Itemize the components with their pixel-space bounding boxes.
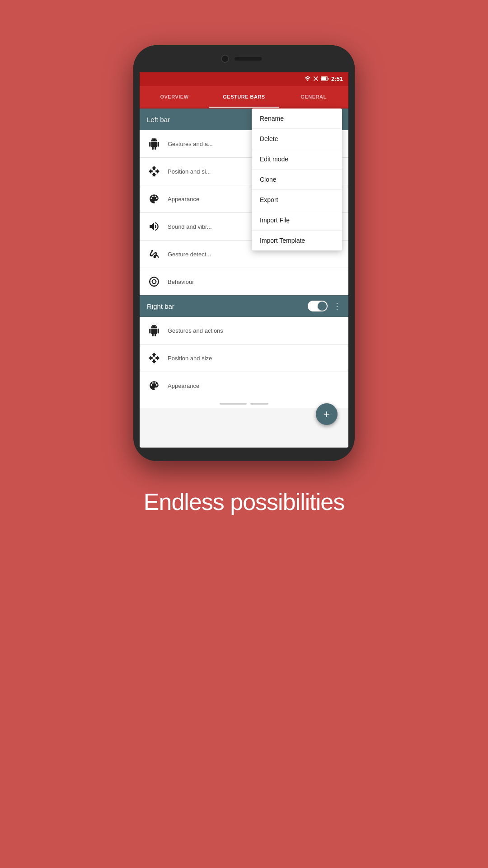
right-move-icon	[147, 351, 161, 365]
right-bar-item-appearance[interactable]: Appearance	[140, 372, 348, 399]
android-icon	[147, 137, 161, 151]
left-bar-item-sound-label: Sound and vibr...	[168, 223, 212, 230]
right-bar-item-gestures[interactable]: Gestures and actions	[140, 317, 348, 344]
fab-plus-icon: +	[324, 409, 330, 420]
right-bar-more-button[interactable]: ⋮	[333, 301, 341, 311]
context-item-edit-mode[interactable]: Edit mode	[252, 149, 342, 170]
left-bar-item-gestures-label: Gestures and a...	[168, 141, 213, 147]
phone-top-bar	[133, 45, 355, 72]
tab-gesture-bars[interactable]: GESTURE BARS	[209, 86, 279, 108]
left-bar-item-gesture-detect-label: Gesture detect...	[168, 251, 211, 258]
status-bar: 2:51	[140, 71, 348, 86]
behaviour-icon	[147, 274, 161, 289]
palette-icon	[147, 192, 161, 206]
add-fab-button[interactable]: +	[316, 403, 338, 425]
battery-icon	[321, 76, 329, 81]
right-bar-item-appearance-label: Appearance	[168, 382, 199, 389]
right-bar-item-position[interactable]: Position and size	[140, 344, 348, 372]
phone-shell: 2:51 OVERVIEW GESTURE BARS GENERAL Left …	[133, 45, 355, 461]
right-bar-title: Right bar	[147, 302, 174, 310]
right-bar-toggle[interactable]	[308, 301, 328, 311]
move-icon	[147, 164, 161, 179]
right-android-icon	[147, 323, 161, 338]
gesture-icon	[147, 247, 161, 261]
scroll-bar-1	[220, 403, 247, 405]
right-palette-icon	[147, 378, 161, 393]
svg-rect-1	[328, 78, 328, 80]
svg-point-5	[153, 277, 155, 278]
signal-icon	[313, 76, 319, 81]
status-icons: 2:51	[305, 75, 343, 82]
svg-point-3	[150, 277, 159, 286]
camera-lens	[221, 55, 229, 63]
context-item-rename[interactable]: Rename	[252, 108, 342, 129]
right-bar-item-position-label: Position and size	[168, 355, 212, 362]
context-item-export[interactable]: Export	[252, 190, 342, 210]
tab-general[interactable]: GENERAL	[279, 86, 348, 108]
left-bar-item-behaviour[interactable]: Behaviour	[140, 268, 348, 295]
phone-speaker	[235, 57, 262, 61]
context-item-import-file[interactable]: Import File	[252, 210, 342, 231]
tab-overview[interactable]: OVERVIEW	[140, 86, 209, 108]
tagline: Endless possibilities	[144, 488, 344, 515]
context-menu: Rename Delete Edit mode Clone Export Imp…	[252, 108, 342, 250]
context-item-import-template[interactable]: Import Template	[252, 231, 342, 250]
phone-screen: 2:51 OVERVIEW GESTURE BARS GENERAL Left …	[140, 71, 348, 448]
svg-point-7	[149, 281, 150, 282]
svg-point-6	[153, 285, 155, 287]
wifi-icon	[305, 76, 311, 81]
left-bar-item-behaviour-label: Behaviour	[168, 278, 194, 285]
svg-rect-2	[321, 77, 326, 80]
status-time: 2:51	[331, 75, 343, 82]
scroll-bar-2	[250, 403, 268, 405]
left-bar-item-position-label: Position and si...	[168, 168, 211, 175]
right-bar-header: Right bar ⋮	[140, 295, 348, 317]
context-item-clone[interactable]: Clone	[252, 170, 342, 190]
right-bar-item-gestures-label: Gestures and actions	[168, 327, 223, 334]
svg-point-4	[152, 280, 156, 284]
right-bar-controls: ⋮	[308, 301, 341, 311]
right-bar-menu: Gestures and actions Position and size A…	[140, 317, 348, 399]
volume-icon	[147, 219, 161, 234]
svg-point-8	[158, 281, 159, 282]
context-item-delete[interactable]: Delete	[252, 129, 342, 149]
left-bar-item-appearance-label: Appearance	[168, 196, 199, 203]
scroll-indicators	[140, 399, 348, 408]
tab-bar: OVERVIEW GESTURE BARS GENERAL	[140, 86, 348, 108]
left-bar-title: Left bar	[147, 116, 170, 123]
right-toggle-thumb	[318, 302, 327, 311]
